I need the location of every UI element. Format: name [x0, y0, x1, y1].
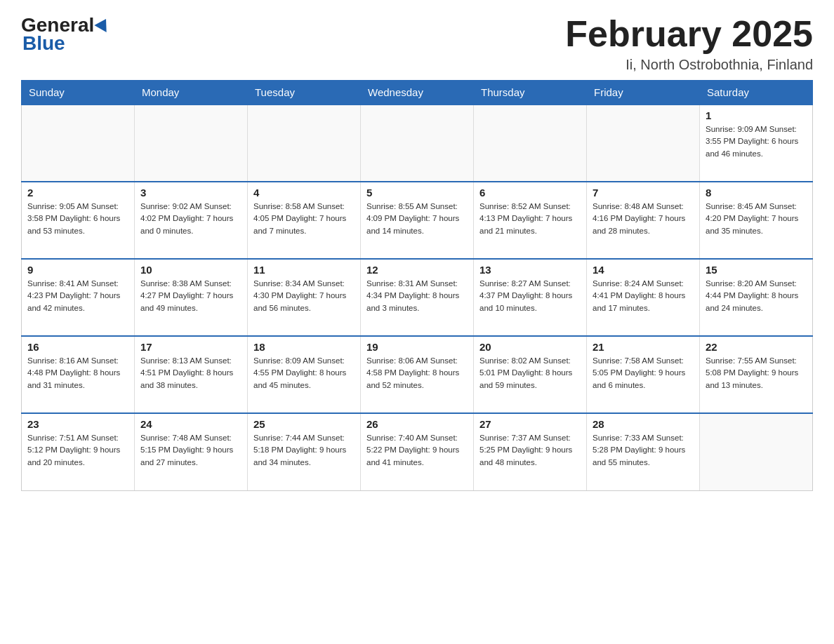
calendar-cell: 28Sunrise: 7:33 AM Sunset: 5:28 PM Dayli…: [587, 413, 700, 490]
calendar-subtitle: Ii, North Ostrobothnia, Finland: [565, 57, 813, 73]
day-number: 13: [479, 264, 581, 276]
day-number: 26: [366, 418, 468, 430]
day-info: Sunrise: 8:06 AM Sunset: 4:58 PM Dayligh…: [366, 355, 468, 391]
calendar-week-row: 9Sunrise: 8:41 AM Sunset: 4:23 PM Daylig…: [22, 259, 813, 336]
day-number: 14: [593, 264, 694, 276]
calendar-cell: 12Sunrise: 8:31 AM Sunset: 4:34 PM Dayli…: [361, 259, 474, 336]
day-info: Sunrise: 7:51 AM Sunset: 5:12 PM Dayligh…: [27, 432, 128, 469]
calendar-cell: 27Sunrise: 7:37 AM Sunset: 5:25 PM Dayli…: [474, 413, 587, 490]
day-info: Sunrise: 8:13 AM Sunset: 4:51 PM Dayligh…: [140, 355, 241, 391]
calendar-cell: 8Sunrise: 8:45 AM Sunset: 4:20 PM Daylig…: [700, 182, 813, 259]
weekday-header-wednesday: Wednesday: [361, 81, 474, 105]
day-number: 4: [253, 187, 355, 199]
day-info: Sunrise: 8:52 AM Sunset: 4:13 PM Dayligh…: [479, 201, 581, 237]
day-info: Sunrise: 8:38 AM Sunset: 4:27 PM Dayligh…: [140, 278, 241, 314]
day-number: 16: [27, 341, 128, 353]
page-header: General Blue February 2025 Ii, North Ost…: [21, 14, 813, 73]
weekday-header-friday: Friday: [587, 81, 700, 105]
calendar-cell: 13Sunrise: 8:27 AM Sunset: 4:37 PM Dayli…: [474, 259, 587, 336]
day-info: Sunrise: 7:55 AM Sunset: 5:08 PM Dayligh…: [706, 355, 807, 391]
day-number: 15: [706, 264, 807, 276]
weekday-header-tuesday: Tuesday: [248, 81, 361, 105]
weekday-header-monday: Monday: [135, 81, 248, 105]
weekday-header-saturday: Saturday: [700, 81, 813, 105]
day-info: Sunrise: 8:55 AM Sunset: 4:09 PM Dayligh…: [366, 201, 468, 237]
calendar-cell: 16Sunrise: 8:16 AM Sunset: 4:48 PM Dayli…: [22, 336, 135, 413]
day-number: 19: [366, 341, 468, 353]
weekday-header-thursday: Thursday: [474, 81, 587, 105]
day-number: 27: [479, 418, 581, 430]
calendar-cell: 25Sunrise: 7:44 AM Sunset: 5:18 PM Dayli…: [248, 413, 361, 490]
calendar-cell: 14Sunrise: 8:24 AM Sunset: 4:41 PM Dayli…: [587, 259, 700, 336]
day-info: Sunrise: 8:34 AM Sunset: 4:30 PM Dayligh…: [253, 278, 355, 314]
day-number: 6: [479, 187, 581, 199]
calendar-cell: 17Sunrise: 8:13 AM Sunset: 4:51 PM Dayli…: [135, 336, 248, 413]
calendar-cell: [587, 105, 700, 182]
day-info: Sunrise: 9:09 AM Sunset: 3:55 PM Dayligh…: [706, 123, 807, 160]
day-info: Sunrise: 7:33 AM Sunset: 5:28 PM Dayligh…: [593, 432, 694, 469]
day-number: 8: [706, 187, 807, 199]
calendar-week-row: 2Sunrise: 9:05 AM Sunset: 3:58 PM Daylig…: [22, 182, 813, 259]
calendar-cell: 4Sunrise: 8:58 AM Sunset: 4:05 PM Daylig…: [248, 182, 361, 259]
calendar-cell: [22, 105, 135, 182]
calendar-cell: 6Sunrise: 8:52 AM Sunset: 4:13 PM Daylig…: [474, 182, 587, 259]
day-info: Sunrise: 7:40 AM Sunset: 5:22 PM Dayligh…: [366, 432, 468, 469]
calendar-cell: [700, 413, 813, 490]
day-info: Sunrise: 7:58 AM Sunset: 5:05 PM Dayligh…: [593, 355, 694, 391]
day-info: Sunrise: 8:41 AM Sunset: 4:23 PM Dayligh…: [27, 278, 128, 314]
calendar-cell: 23Sunrise: 7:51 AM Sunset: 5:12 PM Dayli…: [22, 413, 135, 490]
calendar-cell: 1Sunrise: 9:09 AM Sunset: 3:55 PM Daylig…: [700, 105, 813, 182]
calendar-cell: [361, 105, 474, 182]
day-info: Sunrise: 7:37 AM Sunset: 5:25 PM Dayligh…: [479, 432, 581, 469]
day-info: Sunrise: 8:20 AM Sunset: 4:44 PM Dayligh…: [706, 278, 807, 314]
calendar-cell: [248, 105, 361, 182]
calendar-cell: 7Sunrise: 8:48 AM Sunset: 4:16 PM Daylig…: [587, 182, 700, 259]
day-number: 10: [140, 264, 241, 276]
day-number: 12: [366, 264, 468, 276]
day-info: Sunrise: 8:24 AM Sunset: 4:41 PM Dayligh…: [593, 278, 694, 314]
calendar-cell: [135, 105, 248, 182]
day-info: Sunrise: 7:48 AM Sunset: 5:15 PM Dayligh…: [140, 432, 241, 469]
calendar-cell: 10Sunrise: 8:38 AM Sunset: 4:27 PM Dayli…: [135, 259, 248, 336]
calendar-title: February 2025: [565, 14, 813, 54]
day-info: Sunrise: 8:48 AM Sunset: 4:16 PM Dayligh…: [593, 201, 694, 237]
day-number: 5: [366, 187, 468, 199]
day-number: 22: [706, 341, 807, 353]
calendar-week-row: 23Sunrise: 7:51 AM Sunset: 5:12 PM Dayli…: [22, 413, 813, 490]
day-number: 3: [140, 187, 241, 199]
calendar-cell: 2Sunrise: 9:05 AM Sunset: 3:58 PM Daylig…: [22, 182, 135, 259]
calendar-cell: 11Sunrise: 8:34 AM Sunset: 4:30 PM Dayli…: [248, 259, 361, 336]
calendar-cell: 5Sunrise: 8:55 AM Sunset: 4:09 PM Daylig…: [361, 182, 474, 259]
day-info: Sunrise: 9:05 AM Sunset: 3:58 PM Dayligh…: [27, 201, 128, 237]
calendar-cell: 21Sunrise: 7:58 AM Sunset: 5:05 PM Dayli…: [587, 336, 700, 413]
day-number: 2: [27, 187, 128, 199]
day-number: 28: [593, 418, 694, 430]
calendar-week-row: 1Sunrise: 9:09 AM Sunset: 3:55 PM Daylig…: [22, 105, 813, 182]
calendar-cell: [474, 105, 587, 182]
logo-blue-text: Blue: [22, 32, 110, 55]
day-info: Sunrise: 8:16 AM Sunset: 4:48 PM Dayligh…: [27, 355, 128, 391]
day-number: 11: [253, 264, 355, 276]
calendar-table: SundayMondayTuesdayWednesdayThursdayFrid…: [21, 80, 813, 491]
calendar-cell: 20Sunrise: 8:02 AM Sunset: 5:01 PM Dayli…: [474, 336, 587, 413]
weekday-header-sunday: Sunday: [22, 81, 135, 105]
day-info: Sunrise: 7:44 AM Sunset: 5:18 PM Dayligh…: [253, 432, 355, 469]
calendar-cell: 9Sunrise: 8:41 AM Sunset: 4:23 PM Daylig…: [22, 259, 135, 336]
day-info: Sunrise: 8:58 AM Sunset: 4:05 PM Dayligh…: [253, 201, 355, 237]
day-info: Sunrise: 9:02 AM Sunset: 4:02 PM Dayligh…: [140, 201, 241, 237]
title-section: February 2025 Ii, North Ostrobothnia, Fi…: [565, 14, 813, 73]
day-number: 23: [27, 418, 128, 430]
day-number: 21: [593, 341, 694, 353]
day-number: 18: [253, 341, 355, 353]
day-number: 17: [140, 341, 241, 353]
day-number: 9: [27, 264, 128, 276]
day-info: Sunrise: 8:02 AM Sunset: 5:01 PM Dayligh…: [479, 355, 581, 391]
calendar-cell: 15Sunrise: 8:20 AM Sunset: 4:44 PM Dayli…: [700, 259, 813, 336]
day-info: Sunrise: 8:45 AM Sunset: 4:20 PM Dayligh…: [706, 201, 807, 237]
day-info: Sunrise: 8:31 AM Sunset: 4:34 PM Dayligh…: [366, 278, 468, 314]
day-number: 25: [253, 418, 355, 430]
logo-triangle-icon: [95, 15, 112, 32]
calendar-cell: 24Sunrise: 7:48 AM Sunset: 5:15 PM Dayli…: [135, 413, 248, 490]
day-number: 24: [140, 418, 241, 430]
logo: General Blue: [21, 14, 110, 55]
